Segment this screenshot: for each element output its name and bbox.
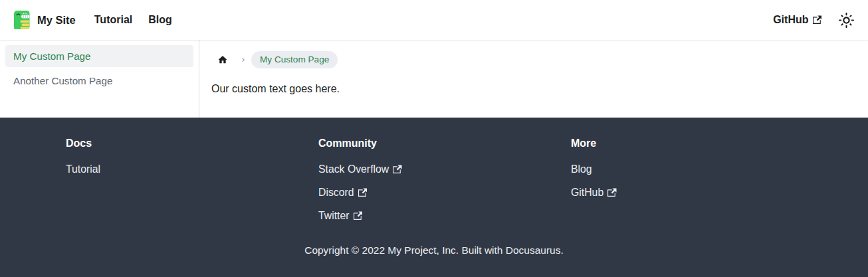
external-link-icon — [393, 165, 402, 174]
external-link-icon — [354, 211, 363, 221]
external-link-icon — [813, 15, 822, 25]
footer-link-tutorial[interactable]: Tutorial — [66, 161, 100, 178]
breadcrumb-home-link[interactable] — [210, 52, 235, 68]
footer-link-blog[interactable]: Blog — [571, 161, 592, 178]
footer-column-docs: Docs Tutorial — [55, 138, 308, 231]
theme-toggle-button[interactable] — [835, 9, 857, 31]
footer-columns: Docs Tutorial Community — [55, 138, 813, 231]
breadcrumb-current-badge: My Custom Page — [251, 51, 338, 68]
footer-link-label: Blog — [571, 161, 592, 178]
footer: Docs Tutorial Community — [0, 118, 868, 277]
nav-item-github[interactable]: GitHub — [765, 10, 829, 30]
navbar-right: GitHub — [765, 9, 857, 31]
footer-container: Docs Tutorial Community — [55, 138, 813, 256]
footer-link-item: Stack Overflow — [318, 161, 550, 178]
page: My Site Tutorial Blog GitHub My Custom P… — [0, 0, 868, 277]
footer-link-twitter[interactable]: Twitter — [318, 207, 362, 225]
external-link-icon — [358, 188, 368, 197]
footer-link-label: Tutorial — [66, 161, 100, 178]
sidebar-menu-item: Another Custom Page — [5, 70, 193, 92]
chevron-right-icon — [239, 56, 247, 64]
footer-link-discord[interactable]: Discord — [318, 184, 367, 201]
footer-link-item: Twitter — [318, 207, 550, 225]
footer-link-label: Discord — [318, 184, 354, 201]
footer-column-title: More — [571, 138, 802, 149]
navbar: My Site Tutorial Blog GitHub — [0, 0, 868, 40]
footer-links-list: Blog GitHub — [571, 161, 802, 201]
footer-link-item: Tutorial — [66, 161, 297, 178]
breadcrumb: My Custom Page — [210, 51, 857, 68]
home-icon — [217, 54, 228, 65]
footer-column-more: More Blog GitHub — [560, 138, 813, 231]
footer-link-label: GitHub — [571, 184, 603, 201]
page-text: Our custom text goes here. — [211, 82, 857, 96]
footer-links-list: Stack Overflow Discord — [318, 161, 550, 225]
docs-sidebar: My Custom Page Another Custom Page — [0, 40, 199, 118]
footer-link-label: Stack Overflow — [318, 161, 389, 178]
nav-item-tutorial[interactable]: Tutorial — [86, 10, 140, 30]
footer-link-item: Discord — [318, 184, 550, 201]
footer-link-stack-overflow[interactable]: Stack Overflow — [318, 161, 402, 178]
sidebar-menu: My Custom Page Another Custom Page — [5, 45, 193, 92]
navbar-left: My Site Tutorial Blog — [11, 9, 180, 31]
footer-column-title: Docs — [66, 138, 297, 149]
footer-column-community: Community Stack Overflow Discord — [308, 138, 560, 231]
sidebar-item-another-custom-page[interactable]: Another Custom Page — [5, 70, 193, 92]
external-link-icon — [607, 188, 617, 197]
github-label: GitHub — [773, 14, 808, 26]
footer-column-title: Community — [318, 138, 550, 149]
content-area: My Custom Page Another Custom Page My Cu… — [0, 40, 868, 118]
footer-link-label: Twitter — [318, 207, 350, 225]
sidebar-item-my-custom-page[interactable]: My Custom Page — [5, 45, 193, 67]
brand-link[interactable]: My Site — [11, 9, 76, 31]
footer-link-github[interactable]: GitHub — [571, 184, 617, 201]
copyright-text: Copyright © 2022 My Project, Inc. Built … — [55, 244, 813, 256]
site-title: My Site — [37, 14, 76, 27]
doc-main: My Custom Page Our custom text goes here… — [199, 40, 868, 118]
nav-item-blog[interactable]: Blog — [140, 10, 180, 30]
footer-link-item: GitHub — [571, 184, 802, 201]
footer-links-list: Tutorial — [66, 161, 297, 178]
sidebar-menu-item: My Custom Page — [5, 45, 193, 67]
sun-icon — [838, 12, 855, 29]
dinosaur-logo-icon — [11, 9, 32, 31]
footer-link-item: Blog — [571, 161, 802, 178]
